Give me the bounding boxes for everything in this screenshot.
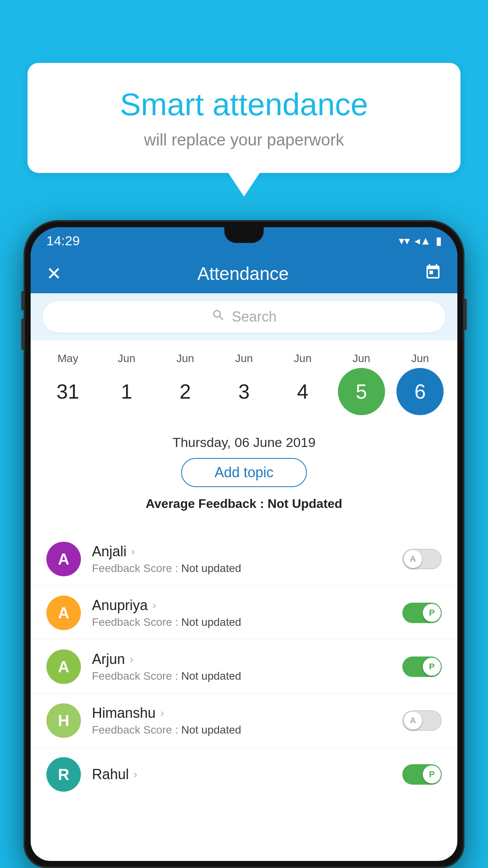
battery-icon: ▮ bbox=[436, 234, 442, 247]
date-picker: May Jun Jun Jun Jun Jun Jun 31 1 2 3 4 5… bbox=[31, 340, 457, 423]
student-feedback-anupriya: Feedback Score : Not updated bbox=[92, 616, 402, 629]
volume-down-button bbox=[21, 318, 24, 350]
signal-icon: ◂▲ bbox=[415, 234, 431, 247]
toggle-knob-himanshu: A bbox=[404, 712, 422, 730]
chevron-icon: › bbox=[134, 768, 137, 781]
student-info-anjali: Anjali › Feedback Score : Not updated bbox=[92, 543, 402, 575]
search-placeholder: Search bbox=[232, 309, 277, 325]
calendar-icon[interactable] bbox=[424, 263, 442, 284]
notch bbox=[224, 227, 264, 243]
avg-feedback: Average Feedback : Not Updated bbox=[46, 497, 442, 511]
speech-bubble: Smart attendance will replace your paper… bbox=[28, 63, 460, 173]
search-bar[interactable]: Search bbox=[42, 301, 446, 333]
avatar-arjun: A bbox=[46, 649, 81, 684]
app-bar-title: Attendance bbox=[197, 263, 289, 284]
month-jun3: Jun bbox=[220, 352, 268, 365]
day-3[interactable]: 3 bbox=[220, 368, 268, 415]
toggle-himanshu[interactable]: A bbox=[402, 710, 442, 731]
toggle-knob-rahul: P bbox=[423, 765, 441, 783]
volume-up-button bbox=[21, 291, 24, 311]
chevron-icon: › bbox=[160, 707, 164, 719]
attendance-toggle-arjun[interactable]: P bbox=[402, 657, 442, 677]
toggle-knob-arjun: P bbox=[423, 658, 441, 676]
student-item-anjali[interactable]: A Anjali › Feedback Score : Not updated … bbox=[31, 532, 457, 586]
speech-bubble-container: Smart attendance will replace your paper… bbox=[28, 63, 460, 197]
chevron-icon: › bbox=[130, 653, 133, 666]
month-row: May Jun Jun Jun Jun Jun Jun bbox=[39, 352, 449, 365]
month-jun2: Jun bbox=[162, 352, 209, 365]
wifi-icon: ▾▾ bbox=[399, 234, 410, 247]
chevron-icon: › bbox=[131, 545, 135, 558]
student-info-rahul: Rahul › bbox=[92, 766, 402, 783]
student-item-arjun[interactable]: A Arjun › Feedback Score : Not updated P bbox=[31, 640, 457, 694]
student-name-anupriya: Anupriya › bbox=[92, 597, 402, 614]
month-may: May bbox=[44, 352, 92, 365]
toggle-anjali[interactable]: A bbox=[402, 549, 442, 569]
speech-bubble-arrow bbox=[228, 173, 260, 197]
avatar-anupriya: A bbox=[46, 596, 81, 630]
student-item-himanshu[interactable]: H Himanshu › Feedback Score : Not update… bbox=[31, 694, 457, 748]
avatar-anjali: A bbox=[46, 542, 81, 576]
search-container: Search bbox=[31, 293, 457, 340]
content-area: Thursday, 06 June 2019 Add topic Average… bbox=[31, 423, 457, 532]
toggle-knob-anjali: A bbox=[404, 550, 422, 568]
student-item-anupriya[interactable]: A Anupriya › Feedback Score : Not update… bbox=[31, 586, 457, 640]
month-jun6: Jun bbox=[396, 352, 444, 365]
chevron-icon: › bbox=[152, 599, 156, 612]
attendance-toggle-anjali[interactable]: A bbox=[402, 549, 442, 569]
avg-feedback-value: Not Updated bbox=[268, 497, 342, 511]
day-4[interactable]: 4 bbox=[279, 368, 326, 415]
student-list: A Anjali › Feedback Score : Not updated … bbox=[31, 532, 457, 801]
student-name-arjun: Arjun › bbox=[92, 651, 402, 668]
student-feedback-himanshu: Feedback Score : Not updated bbox=[92, 724, 402, 736]
student-info-anupriya: Anupriya › Feedback Score : Not updated bbox=[92, 597, 402, 629]
student-feedback-arjun: Feedback Score : Not updated bbox=[92, 670, 402, 682]
day-2[interactable]: 2 bbox=[162, 368, 209, 415]
student-name-anjali: Anjali › bbox=[92, 543, 402, 560]
app-bar: ✕ Attendance bbox=[31, 254, 457, 293]
student-info-himanshu: Himanshu › Feedback Score : Not updated bbox=[92, 705, 402, 736]
avg-feedback-label: Average Feedback : bbox=[146, 497, 268, 511]
phone-frame: 14:29 ▾▾ ◂▲ ▮ ✕ Attendance bbox=[24, 220, 464, 868]
day-6[interactable]: 6 bbox=[396, 368, 444, 415]
search-icon bbox=[211, 308, 226, 326]
day-31[interactable]: 31 bbox=[44, 368, 92, 415]
speech-bubble-title: Smart attendance bbox=[59, 86, 429, 123]
close-button[interactable]: ✕ bbox=[46, 263, 62, 284]
day-1[interactable]: 1 bbox=[103, 368, 150, 415]
student-name-rahul: Rahul › bbox=[92, 766, 402, 783]
student-name-himanshu: Himanshu › bbox=[92, 705, 402, 721]
attendance-toggle-anupriya[interactable]: P bbox=[402, 603, 442, 623]
student-item-rahul[interactable]: R Rahul › P bbox=[31, 748, 457, 801]
toggle-arjun[interactable]: P bbox=[402, 657, 442, 677]
avatar-rahul: R bbox=[46, 757, 81, 792]
status-icons: ▾▾ ◂▲ ▮ bbox=[399, 234, 442, 247]
toggle-anupriya[interactable]: P bbox=[402, 603, 442, 623]
toggle-rahul[interactable]: P bbox=[402, 764, 442, 785]
speech-bubble-subtitle: will replace your paperwork bbox=[59, 131, 429, 149]
day-5[interactable]: 5 bbox=[338, 368, 385, 415]
phone-body: 14:29 ▾▾ ◂▲ ▮ ✕ Attendance bbox=[24, 220, 464, 868]
student-feedback-anjali: Feedback Score : Not updated bbox=[92, 562, 402, 575]
attendance-toggle-rahul[interactable]: P bbox=[402, 764, 442, 785]
avatar-himanshu: H bbox=[46, 703, 81, 738]
day-row: 31 1 2 3 4 5 6 bbox=[39, 368, 449, 415]
selected-date-label: Thursday, 06 June 2019 bbox=[46, 435, 442, 450]
phone-screen: 14:29 ▾▾ ◂▲ ▮ ✕ Attendance bbox=[31, 227, 457, 861]
student-info-arjun: Arjun › Feedback Score : Not updated bbox=[92, 651, 402, 682]
month-jun4: Jun bbox=[279, 352, 326, 365]
toggle-knob-anupriya: P bbox=[423, 604, 441, 622]
power-button bbox=[464, 299, 467, 330]
status-time: 14:29 bbox=[46, 233, 80, 248]
add-topic-button[interactable]: Add topic bbox=[181, 458, 307, 487]
attendance-toggle-himanshu[interactable]: A bbox=[402, 710, 442, 731]
month-jun1: Jun bbox=[103, 352, 150, 365]
month-jun5: Jun bbox=[338, 352, 385, 365]
